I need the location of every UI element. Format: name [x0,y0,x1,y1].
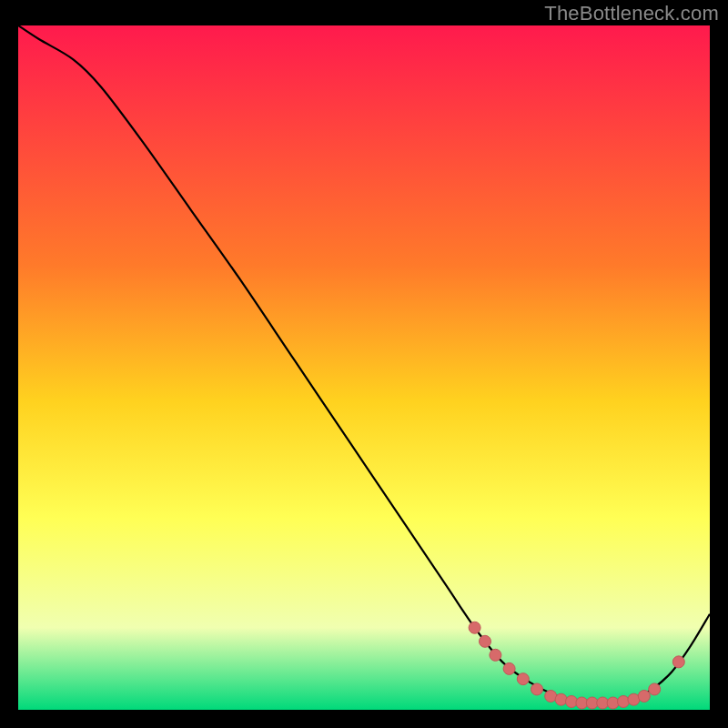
data-marker [566,695,578,707]
data-marker [649,683,661,695]
data-marker [469,622,480,633]
data-marker [618,695,630,707]
data-marker [490,649,501,661]
data-marker [555,693,567,705]
chart-svg [18,25,710,710]
chart-frame: TheBottleneck.com [0,0,728,728]
data-marker [503,662,515,674]
data-marker [531,683,543,695]
watermark-label: TheBottleneck.com [544,2,719,25]
data-marker [607,697,619,709]
data-marker [480,635,491,647]
plot-area [18,25,710,710]
data-marker [638,690,650,702]
data-marker [672,656,684,668]
gradient-background [18,25,710,710]
data-marker [517,673,529,685]
